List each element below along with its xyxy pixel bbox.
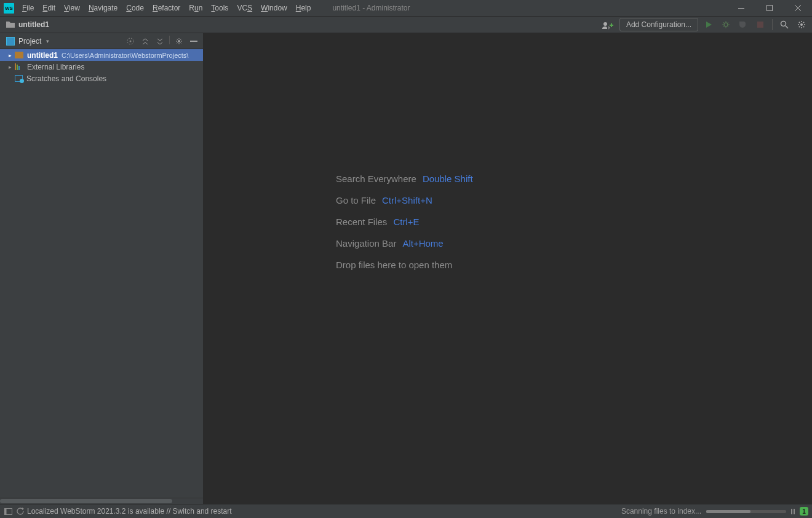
ide-settings-icon[interactable] bbox=[795, 18, 808, 31]
tree-root-path: C:\Users\Administrator\WebstormProjects\ bbox=[62, 52, 188, 59]
svg-rect-1 bbox=[767, 6, 773, 11]
menu-help[interactable]: Help bbox=[292, 0, 316, 16]
tool-window-settings-icon[interactable] bbox=[173, 36, 185, 47]
project-tool-title[interactable]: Project bbox=[18, 37, 41, 46]
svg-rect-3 bbox=[757, 22, 763, 28]
window-minimize-button[interactable] bbox=[727, 0, 755, 17]
menu-refactor[interactable]: Refactor bbox=[148, 0, 185, 16]
svg-point-2 bbox=[724, 23, 728, 26]
menu-run[interactable]: Run bbox=[185, 0, 207, 16]
navigation-bar: untitled1 Add Configuration... bbox=[0, 17, 812, 33]
menu-vcs[interactable]: VCS bbox=[233, 0, 257, 16]
folder-icon bbox=[15, 52, 23, 58]
svg-point-4 bbox=[781, 22, 786, 26]
locate-file-icon[interactable] bbox=[125, 36, 136, 47]
expand-all-icon[interactable] bbox=[140, 36, 151, 47]
hide-tool-window-icon[interactable] bbox=[188, 36, 199, 47]
menu-view[interactable]: View bbox=[60, 0, 84, 16]
project-tool-header: Project ▾ bbox=[0, 33, 203, 49]
window-close-button[interactable] bbox=[784, 0, 812, 17]
project-tree-scrollbar[interactable] bbox=[0, 498, 203, 504]
tree-scratches[interactable]: Scratches and Consoles bbox=[0, 73, 203, 84]
run-with-coverage-button[interactable] bbox=[736, 18, 750, 31]
svg-rect-11 bbox=[5, 508, 7, 514]
scratches-icon bbox=[15, 75, 23, 82]
window-maximize-button[interactable] bbox=[755, 0, 784, 17]
menu-tools[interactable]: Tools bbox=[207, 0, 233, 16]
svg-point-7 bbox=[130, 40, 132, 42]
stop-button[interactable] bbox=[754, 18, 767, 31]
notifications-badge[interactable]: 1 bbox=[800, 507, 808, 516]
menu-navigate[interactable]: Navigate bbox=[84, 0, 122, 16]
search-everywhere-icon[interactable] bbox=[778, 18, 791, 31]
menu-file[interactable]: File bbox=[18, 0, 38, 16]
status-bar: Localized WebStorm 2021.3.2 is available… bbox=[0, 504, 812, 518]
project-view-icon bbox=[6, 37, 15, 46]
menu-window[interactable]: Window bbox=[257, 0, 292, 16]
app-logo-icon: WS bbox=[4, 3, 14, 14]
svg-point-5 bbox=[800, 23, 803, 26]
hint-go-to-file: Go to File Ctrl+Shift+N bbox=[336, 195, 473, 205]
project-tree[interactable]: ▸ untitled1 C:\Users\Administrator\Webst… bbox=[0, 49, 203, 498]
folder-icon bbox=[6, 21, 15, 28]
hint-search-everywhere: Search Everywhere Double Shift bbox=[336, 173, 473, 184]
library-icon bbox=[15, 63, 23, 70]
menu-code[interactable]: Code bbox=[122, 0, 148, 16]
tree-external-libraries[interactable]: ▸ External Libraries bbox=[0, 61, 203, 73]
project-tool-window: Project ▾ ▸ untitled1 C:\Users\Administr… bbox=[0, 33, 204, 504]
hint-recent-files: Recent Files Ctrl+E bbox=[336, 217, 473, 227]
svg-rect-0 bbox=[738, 8, 744, 9]
code-with-me-button[interactable] bbox=[600, 18, 616, 31]
hint-navigation-bar: Navigation Bar Alt+Home bbox=[336, 238, 473, 249]
status-message[interactable]: Localized WebStorm 2021.3.2 is available… bbox=[27, 507, 232, 516]
breadcrumb-project[interactable]: untitled1 bbox=[18, 20, 49, 29]
editor-empty-hints: Search Everywhere Double Shift Go to Fil… bbox=[336, 173, 473, 270]
tool-windows-toggle-icon[interactable] bbox=[4, 507, 13, 516]
window-title: untitled1 - Administrator bbox=[332, 4, 410, 12]
status-task-label[interactable]: Scanning files to index... bbox=[621, 507, 701, 516]
run-button[interactable] bbox=[702, 18, 715, 31]
editor-area[interactable]: Search Everywhere Double Shift Go to Fil… bbox=[204, 33, 812, 504]
pause-task-icon[interactable] bbox=[791, 509, 795, 514]
svg-point-8 bbox=[178, 40, 180, 42]
status-progress-bar[interactable] bbox=[706, 510, 786, 513]
background-tasks-icon[interactable] bbox=[15, 507, 25, 516]
add-configuration-button[interactable]: Add Configuration... bbox=[619, 18, 698, 31]
chevron-down-icon[interactable]: ▾ bbox=[46, 38, 49, 44]
tree-root-name: untitled1 bbox=[27, 51, 58, 60]
collapse-all-icon[interactable] bbox=[154, 36, 165, 47]
tree-root-row[interactable]: ▸ untitled1 C:\Users\Administrator\Webst… bbox=[0, 49, 203, 61]
menu-edit[interactable]: Edit bbox=[38, 0, 60, 16]
menu-bar: WS File Edit View Navigate Code Refactor… bbox=[0, 0, 812, 17]
hint-drop-files: Drop files here to open them bbox=[336, 260, 473, 270]
debug-button[interactable] bbox=[719, 18, 733, 31]
svg-rect-9 bbox=[190, 41, 197, 42]
